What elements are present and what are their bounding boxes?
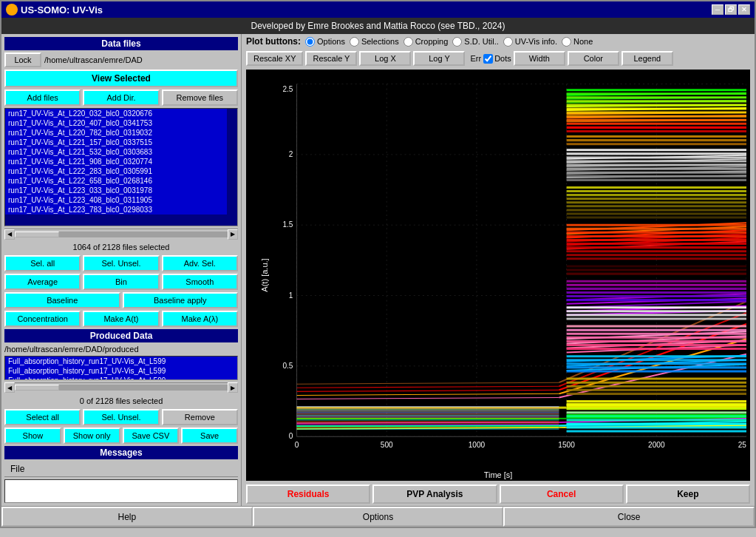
cropping-radio[interactable] xyxy=(403,37,413,47)
list-item[interactable]: run17_UV-Vis_At_L223_033_blc0_0031978 xyxy=(5,186,227,195)
lock-button[interactable]: Lock xyxy=(4,53,41,67)
select-all-button[interactable]: Select all xyxy=(4,409,81,425)
remove-files-button[interactable]: Remove files xyxy=(162,90,238,106)
file-status: 1064 of 2128 files selected xyxy=(4,241,238,253)
svg-line-44 xyxy=(297,386,559,388)
list-item[interactable]: Full_absorption_history_run17_UV-Vis_At_… xyxy=(5,366,237,376)
help-button[interactable]: Help xyxy=(1,507,253,527)
hscroll-thumb[interactable] xyxy=(15,232,59,237)
uvvis-info-radio[interactable] xyxy=(503,37,513,47)
subtitle-text: Developed by Emre Brookes and Mattia Roc… xyxy=(251,21,505,31)
hscroll-left-btn[interactable]: ◀ xyxy=(4,229,15,240)
list-item[interactable]: run17_UV-Vis_At_L222_283_blc0_0305991 xyxy=(5,166,227,176)
bin-button[interactable]: Bin xyxy=(83,274,159,290)
options-button[interactable]: Options xyxy=(253,507,504,527)
file-menu[interactable]: File xyxy=(7,463,27,475)
messages-content xyxy=(4,479,238,503)
keep-button[interactable]: Keep xyxy=(626,484,750,504)
cancel-button[interactable]: Cancel xyxy=(500,484,624,504)
produced-status: 0 of 2128 files selected xyxy=(4,395,238,407)
list-item[interactable]: run17_UV-Vis_At_L221_908_blc0_0320774 xyxy=(5,157,227,166)
svg-rect-26 xyxy=(297,407,567,409)
add-files-button[interactable]: Add files xyxy=(4,90,81,106)
hscroll2-thumb[interactable] xyxy=(15,385,59,391)
concentration-button[interactable]: Concentration xyxy=(4,311,81,327)
maximize-button[interactable]: 🗗 xyxy=(725,4,737,15)
minimize-button[interactable]: ─ xyxy=(712,4,723,15)
add-dir-button[interactable]: Add Dir. xyxy=(83,90,159,106)
list-item[interactable]: run17_UV-Vis_At_L220_407_blc0_0341753 xyxy=(5,118,227,128)
plot-area: A(t) [a.u.] xyxy=(246,70,750,481)
view-selected-button[interactable]: View Selected xyxy=(4,70,238,87)
sel-all-button[interactable]: Sel. all xyxy=(4,255,81,271)
plot-buttons-row: Rescale XY Rescale Y Log X Log Y Err Dot… xyxy=(242,49,755,68)
list-item[interactable]: run17_UV-Vis_At_L223_783_blc0_0298033 xyxy=(5,205,227,215)
options-radio[interactable] xyxy=(305,37,315,47)
save-csv-button[interactable]: Save CSV xyxy=(123,428,180,444)
close-button[interactable]: ✕ xyxy=(738,4,750,15)
svg-text:1500: 1500 xyxy=(558,441,575,449)
file-list-hscroll[interactable]: ◀ ▶ xyxy=(4,229,238,239)
rescale-y-button[interactable]: Rescale Y xyxy=(305,51,357,66)
list-item[interactable]: Full_absorption_history_run17_UV-Vis_At_… xyxy=(5,376,237,380)
save-button[interactable]: Save xyxy=(181,428,238,444)
plot-buttons-label: Plot buttons: xyxy=(246,36,301,47)
pvp-analysis-button[interactable]: PVP Analysis xyxy=(372,484,497,504)
hscroll-right-btn[interactable]: ▶ xyxy=(228,229,238,240)
x-axis-label: Time [s] xyxy=(484,470,513,479)
produced-data-title: Produced Data xyxy=(4,329,238,342)
show-button[interactable]: Show xyxy=(4,428,61,444)
svg-text:2000: 2000 xyxy=(648,441,665,449)
hscroll-track xyxy=(15,232,228,237)
residuals-button[interactable]: Residuals xyxy=(246,484,370,504)
list-item[interactable]: run17_UV-Vis_At_L220_032_blc0_0320676 xyxy=(5,109,227,118)
baseline-apply-button[interactable]: Baseline apply xyxy=(123,292,239,308)
baseline-button[interactable]: Baseline xyxy=(4,292,120,308)
dots-checkbox[interactable] xyxy=(483,54,493,64)
app-title: US-SOMO: UV-Vis xyxy=(21,4,103,16)
close-button[interactable]: Close xyxy=(503,507,755,527)
color-button[interactable]: Color xyxy=(568,51,619,66)
width-button[interactable]: Width xyxy=(514,51,565,66)
list-item[interactable]: run17_UV-Vis_At_L221_157_blc0_0337515 xyxy=(5,138,227,147)
produced-file-list[interactable]: Full_absorption_history_run17_UV-Vis_At_… xyxy=(4,356,238,380)
smooth-button[interactable]: Smooth xyxy=(162,274,238,290)
messages-title: Messages xyxy=(4,446,238,459)
footer-bar: Help Options Close xyxy=(1,506,755,527)
legend-button[interactable]: Legend xyxy=(622,51,673,66)
list-item[interactable]: run17_UV-Vis_At_L223_408_blc0_0311905 xyxy=(5,195,227,205)
list-item[interactable]: run17_UV-Vis_At_L220_782_blc0_0319032 xyxy=(5,128,227,138)
messages-menu: File xyxy=(4,462,238,477)
produced-list-hscroll[interactable]: ◀ ▶ xyxy=(4,382,238,393)
make-at-button[interactable]: Make A(t) xyxy=(83,311,159,327)
hscroll2-left-btn[interactable]: ◀ xyxy=(4,382,15,393)
right-panel: Plot buttons: Options Selections Croppin… xyxy=(242,34,755,506)
svg-text:2500: 2500 xyxy=(738,441,746,449)
left-panel: Data files Lock /home/ultrascan/emre/DAD… xyxy=(1,34,242,506)
radio-options: Options xyxy=(305,37,345,47)
svg-text:1.5: 1.5 xyxy=(282,220,293,229)
selections-radio[interactable] xyxy=(350,37,359,47)
produced-remove-button[interactable]: Remove xyxy=(162,409,238,425)
err-label: Err xyxy=(470,54,481,63)
svg-line-42 xyxy=(297,390,559,391)
make-alambda-button[interactable]: Make A(λ) xyxy=(162,311,238,327)
list-item[interactable]: Full_absorption_history_run17_UV-Vis_At_… xyxy=(5,357,237,366)
rescale-xy-button[interactable]: Rescale XY xyxy=(246,51,303,66)
adv-sel-button[interactable]: Adv. Sel. xyxy=(162,255,238,271)
log-y-button[interactable]: Log Y xyxy=(413,51,465,66)
svg-line-46 xyxy=(297,382,559,384)
sd-util-radio[interactable] xyxy=(452,37,462,47)
list-item[interactable]: run17_UV-Vis_At_L221_532_blc0_0303683 xyxy=(5,147,227,157)
show-only-button[interactable]: Show only xyxy=(64,428,120,444)
list-item[interactable]: run17_UV-Vis_At_L222_658_blc0_0268146 xyxy=(5,176,227,186)
average-button[interactable]: Average xyxy=(4,274,81,290)
sel-unsel-button[interactable]: Sel. Unsel. xyxy=(83,255,159,271)
hscroll2-right-btn[interactable]: ▶ xyxy=(228,382,238,393)
svg-line-40 xyxy=(297,394,559,395)
none-radio[interactable] xyxy=(562,37,571,47)
produced-sel-unsel-button[interactable]: Sel. Unsel. xyxy=(83,409,159,425)
bottom-plot-buttons: Residuals PVP Analysis Cancel Keep xyxy=(242,482,755,506)
file-list[interactable]: run17_UV-Vis_At_L220_032_blc0_0320676 ru… xyxy=(4,108,238,226)
log-x-button[interactable]: Log X xyxy=(359,51,411,66)
